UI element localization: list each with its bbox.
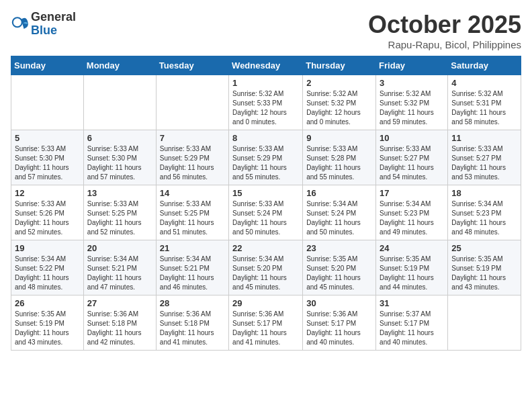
day-number: 13 — [87, 188, 152, 198]
day-info: Sunrise: 5:36 AMSunset: 5:17 PMDaylight:… — [306, 310, 372, 347]
calendar-cell — [448, 295, 521, 351]
day-info: Sunrise: 5:36 AMSunset: 5:18 PMDaylight:… — [160, 310, 225, 347]
calendar-cell: 9Sunrise: 5:33 AMSunset: 5:28 PMDaylight… — [303, 130, 376, 185]
day-number: 30 — [306, 298, 372, 308]
day-info: Sunrise: 5:34 AMSunset: 5:23 PMDaylight:… — [380, 199, 444, 237]
day-number: 12 — [15, 188, 80, 198]
calendar-cell: 31Sunrise: 5:37 AMSunset: 5:17 PMDayligh… — [376, 295, 448, 351]
day-number: 19 — [15, 243, 80, 253]
calendar-week-3: 12Sunrise: 5:33 AMSunset: 5:26 PMDayligh… — [11, 185, 521, 240]
day-number: 11 — [451, 133, 517, 143]
day-number: 20 — [87, 243, 152, 253]
logo-blue: Blue — [31, 24, 76, 38]
day-info: Sunrise: 5:33 AMSunset: 5:25 PMDaylight:… — [160, 199, 225, 237]
day-info: Sunrise: 5:33 AMSunset: 5:27 PMDaylight:… — [451, 144, 517, 182]
day-info: Sunrise: 5:36 AMSunset: 5:17 PMDaylight:… — [232, 310, 299, 347]
calendar-cell — [156, 75, 228, 130]
weekday-header-wednesday: Wednesday — [229, 56, 303, 75]
day-number: 18 — [451, 188, 517, 198]
day-info: Sunrise: 5:35 AMSunset: 5:19 PMDaylight:… — [15, 310, 80, 347]
day-info: Sunrise: 5:35 AMSunset: 5:19 PMDaylight:… — [451, 255, 517, 292]
calendar-cell: 22Sunrise: 5:34 AMSunset: 5:20 PMDayligh… — [229, 240, 303, 295]
weekday-header-sunday: Sunday — [11, 56, 84, 75]
day-info: Sunrise: 5:33 AMSunset: 5:26 PMDaylight:… — [15, 199, 80, 237]
day-number: 2 — [306, 78, 372, 88]
day-info: Sunrise: 5:36 AMSunset: 5:18 PMDaylight:… — [87, 310, 152, 347]
day-info: Sunrise: 5:32 AMSunset: 5:31 PMDaylight:… — [451, 89, 517, 127]
day-info: Sunrise: 5:33 AMSunset: 5:28 PMDaylight:… — [306, 144, 372, 182]
day-info: Sunrise: 5:33 AMSunset: 5:29 PMDaylight:… — [160, 144, 225, 182]
calendar-cell: 7Sunrise: 5:33 AMSunset: 5:29 PMDaylight… — [156, 130, 228, 185]
logo-icon — [11, 15, 30, 34]
calendar-table: SundayMondayTuesdayWednesdayThursdayFrid… — [11, 56, 521, 351]
day-info: Sunrise: 5:35 AMSunset: 5:20 PMDaylight:… — [306, 255, 372, 292]
day-number: 8 — [232, 133, 299, 143]
calendar-cell: 15Sunrise: 5:33 AMSunset: 5:24 PMDayligh… — [229, 185, 303, 240]
day-info: Sunrise: 5:34 AMSunset: 5:20 PMDaylight:… — [232, 255, 299, 292]
weekday-header-friday: Friday — [376, 56, 448, 75]
day-info: Sunrise: 5:33 AMSunset: 5:29 PMDaylight:… — [232, 144, 299, 182]
day-number: 10 — [380, 133, 444, 143]
calendar-cell: 27Sunrise: 5:36 AMSunset: 5:18 PMDayligh… — [83, 295, 156, 351]
day-info: Sunrise: 5:33 AMSunset: 5:24 PMDaylight:… — [232, 199, 299, 237]
day-info: Sunrise: 5:34 AMSunset: 5:21 PMDaylight:… — [160, 255, 225, 292]
calendar-cell: 20Sunrise: 5:34 AMSunset: 5:21 PMDayligh… — [83, 240, 156, 295]
calendar-cell: 4Sunrise: 5:32 AMSunset: 5:31 PMDaylight… — [448, 75, 521, 130]
logo-general: General — [31, 11, 76, 24]
calendar-cell: 6Sunrise: 5:33 AMSunset: 5:30 PMDaylight… — [83, 130, 156, 185]
calendar-cell: 16Sunrise: 5:34 AMSunset: 5:24 PMDayligh… — [303, 185, 376, 240]
calendar-cell: 25Sunrise: 5:35 AMSunset: 5:19 PMDayligh… — [448, 240, 521, 295]
calendar-week-4: 19Sunrise: 5:34 AMSunset: 5:22 PMDayligh… — [11, 240, 521, 295]
calendar-cell: 12Sunrise: 5:33 AMSunset: 5:26 PMDayligh… — [11, 185, 84, 240]
day-number: 23 — [306, 243, 372, 253]
weekday-header-row: SundayMondayTuesdayWednesdayThursdayFrid… — [11, 56, 521, 75]
day-info: Sunrise: 5:33 AMSunset: 5:30 PMDaylight:… — [87, 144, 152, 182]
calendar-cell: 3Sunrise: 5:32 AMSunset: 5:32 PMDaylight… — [376, 75, 448, 130]
weekday-header-saturday: Saturday — [448, 56, 521, 75]
day-number: 26 — [15, 298, 80, 308]
page-header: General Blue October 2025 Rapu-Rapu, Bic… — [11, 11, 521, 50]
day-number: 21 — [160, 243, 225, 253]
day-info: Sunrise: 5:34 AMSunset: 5:21 PMDaylight:… — [87, 255, 152, 292]
day-number: 24 — [380, 243, 444, 253]
calendar-cell: 23Sunrise: 5:35 AMSunset: 5:20 PMDayligh… — [303, 240, 376, 295]
calendar-cell: 14Sunrise: 5:33 AMSunset: 5:25 PMDayligh… — [156, 185, 228, 240]
day-info: Sunrise: 5:33 AMSunset: 5:25 PMDaylight:… — [87, 199, 152, 237]
day-info: Sunrise: 5:34 AMSunset: 5:24 PMDaylight:… — [306, 199, 372, 237]
calendar-cell: 11Sunrise: 5:33 AMSunset: 5:27 PMDayligh… — [448, 130, 521, 185]
day-number: 14 — [160, 188, 225, 198]
calendar-cell: 21Sunrise: 5:34 AMSunset: 5:21 PMDayligh… — [156, 240, 228, 295]
calendar-cell: 26Sunrise: 5:35 AMSunset: 5:19 PMDayligh… — [11, 295, 84, 351]
day-number: 5 — [15, 133, 80, 143]
calendar-week-2: 5Sunrise: 5:33 AMSunset: 5:30 PMDaylight… — [11, 130, 521, 185]
day-info: Sunrise: 5:34 AMSunset: 5:23 PMDaylight:… — [451, 199, 517, 237]
day-number: 15 — [232, 188, 299, 198]
weekday-header-tuesday: Tuesday — [156, 56, 228, 75]
day-number: 17 — [380, 188, 444, 198]
day-number: 9 — [306, 133, 372, 143]
weekday-header-thursday: Thursday — [303, 56, 376, 75]
calendar-cell — [11, 75, 84, 130]
calendar-cell: 18Sunrise: 5:34 AMSunset: 5:23 PMDayligh… — [448, 185, 521, 240]
day-number: 6 — [87, 133, 152, 143]
day-number: 29 — [232, 298, 299, 308]
calendar-cell: 5Sunrise: 5:33 AMSunset: 5:30 PMDaylight… — [11, 130, 84, 185]
title-block: October 2025 Rapu-Rapu, Bicol, Philippin… — [368, 11, 521, 50]
calendar-week-5: 26Sunrise: 5:35 AMSunset: 5:19 PMDayligh… — [11, 295, 521, 351]
day-number: 4 — [451, 78, 517, 88]
calendar-cell — [83, 75, 156, 130]
calendar-cell: 29Sunrise: 5:36 AMSunset: 5:17 PMDayligh… — [229, 295, 303, 351]
day-info: Sunrise: 5:33 AMSunset: 5:27 PMDaylight:… — [380, 144, 444, 182]
location: Rapu-Rapu, Bicol, Philippines — [368, 39, 521, 50]
day-info: Sunrise: 5:35 AMSunset: 5:19 PMDaylight:… — [380, 255, 444, 292]
day-number: 25 — [451, 243, 517, 253]
month-title: October 2025 — [368, 11, 521, 39]
calendar-cell: 1Sunrise: 5:32 AMSunset: 5:33 PMDaylight… — [229, 75, 303, 130]
calendar-cell: 2Sunrise: 5:32 AMSunset: 5:32 PMDaylight… — [303, 75, 376, 130]
day-number: 28 — [160, 298, 225, 308]
calendar-cell: 19Sunrise: 5:34 AMSunset: 5:22 PMDayligh… — [11, 240, 84, 295]
day-number: 22 — [232, 243, 299, 253]
day-info: Sunrise: 5:34 AMSunset: 5:22 PMDaylight:… — [15, 255, 80, 292]
calendar-cell: 28Sunrise: 5:36 AMSunset: 5:18 PMDayligh… — [156, 295, 228, 351]
calendar-cell: 17Sunrise: 5:34 AMSunset: 5:23 PMDayligh… — [376, 185, 448, 240]
